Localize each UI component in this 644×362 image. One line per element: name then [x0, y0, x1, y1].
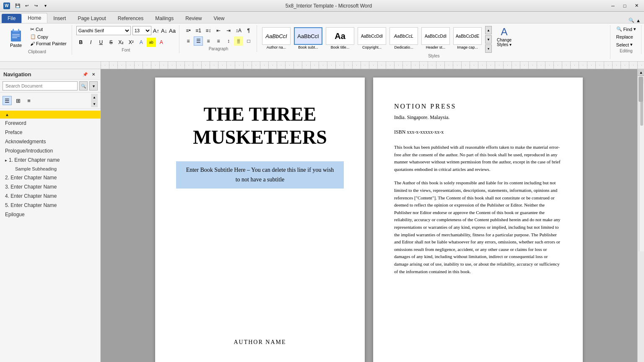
tab-view[interactable]: View: [208, 14, 231, 23]
paste-button[interactable]: Paste: [6, 26, 26, 49]
styles-more-btn[interactable]: ▾: [485, 44, 492, 53]
nav-item-preface[interactable]: Preface: [0, 128, 100, 137]
select-button[interactable]: Select ▾: [615, 41, 635, 48]
ribbon-collapse-btn[interactable]: ▲: [636, 18, 641, 23]
paragraph-content: ≡• ≡1 ≡↕ ⇤ ⇥ ↕A ¶ ≡ ☰ ≡ ≡ ↕ ▒ □: [184, 26, 253, 46]
nav-search-input[interactable]: [3, 81, 78, 90]
change-styles-icon[interactable]: A: [501, 26, 508, 38]
nav-scroll-up-btn[interactable]: ▲: [91, 94, 98, 101]
doc-scrollbar-v[interactable]: ▲ ▼: [637, 69, 644, 362]
style-book-title[interactable]: Aa Book title...: [325, 26, 355, 51]
nav-ch4-label: 4. Enter Chapter Name: [5, 193, 57, 199]
tab-insert[interactable]: Insert: [47, 14, 72, 23]
font-size-select[interactable]: 13: [132, 26, 151, 35]
styles-down-btn[interactable]: ▼: [485, 35, 492, 44]
save-btn[interactable]: 💾: [14, 3, 21, 9]
cut-button[interactable]: ✂ Cut: [29, 26, 68, 33]
tab-mailings[interactable]: Mailings: [149, 14, 179, 23]
nav-subheading-label: Sample Subheading: [15, 166, 57, 171]
close-btn[interactable]: ✕: [632, 3, 641, 9]
style-book-subtitle-label: Book subt...: [298, 45, 318, 49]
nav-item-prologue[interactable]: Prologue/Introduction: [0, 146, 100, 155]
redo-btn[interactable]: ↪: [33, 3, 39, 9]
line-spacing-btn[interactable]: ↕: [224, 36, 233, 46]
shrink-font-btn[interactable]: A↓: [161, 28, 167, 34]
change-styles-btn[interactable]: Change: [497, 38, 512, 42]
undo-btn[interactable]: ↩: [23, 3, 30, 9]
svg-rect-5: [12, 37, 17, 38]
tab-references[interactable]: References: [112, 14, 149, 23]
scroll-up-btn[interactable]: ▲: [638, 69, 644, 76]
tab-home[interactable]: Home: [21, 13, 47, 23]
subscript-button[interactable]: X₂: [117, 38, 126, 47]
style-copyright[interactable]: AaBbCcDdI Copyright...: [357, 26, 387, 51]
superscript-button[interactable]: X²: [127, 38, 136, 47]
nav-item-ch3[interactable]: 3. Enter Chapter Name: [0, 182, 100, 191]
decrease-indent-btn[interactable]: ⇤: [214, 26, 223, 35]
nav-results-btn[interactable]: ≡: [24, 96, 34, 105]
nav-pages-btn[interactable]: ⊞: [13, 96, 23, 105]
font-row2: B I U S X₂ X² A ab A: [76, 38, 166, 47]
ribbon-search-icon: 🔍: [628, 18, 634, 23]
maximize-btn[interactable]: □: [621, 3, 629, 9]
nav-pin-btn[interactable]: 📌: [82, 71, 88, 78]
justify-btn[interactable]: ≡: [214, 36, 223, 46]
style-image-cap[interactable]: AaBbCcDdE Image cap...: [452, 26, 483, 51]
nav-headings-btn[interactable]: ☰: [3, 96, 12, 105]
qa-dropdown[interactable]: ▾: [42, 3, 49, 9]
nav-item-top[interactable]: ▲: [0, 111, 100, 119]
font-family-select[interactable]: Gandhi Serif: [76, 26, 131, 35]
border-btn[interactable]: □: [244, 36, 253, 46]
nav-item-ch5[interactable]: 5. Enter Chapter Name: [0, 201, 100, 210]
nav-item-foreword[interactable]: Foreword: [0, 119, 100, 128]
nav-close-btn[interactable]: ✕: [90, 71, 97, 78]
strikethrough-button[interactable]: S: [106, 38, 116, 47]
bullet-list-btn[interactable]: ≡•: [184, 26, 193, 35]
align-right-btn[interactable]: ≡: [204, 36, 213, 46]
style-author-name[interactable]: AaBbCcI Author na...: [261, 26, 291, 51]
format-painter-button[interactable]: 🖌 Format Painter: [29, 41, 68, 47]
style-book-subtitle[interactable]: AaBbCcI Book subt...: [293, 26, 323, 51]
nav-item-ch1[interactable]: ▸ 1. Enter Chapter name: [0, 155, 100, 165]
find-button[interactable]: 🔍 Find ▾: [615, 26, 638, 32]
tab-file[interactable]: File: [2, 14, 21, 23]
find-label: Find: [623, 27, 632, 32]
nav-item-sample-subheading[interactable]: Sample Subheading: [0, 165, 100, 173]
shading-btn[interactable]: ▒: [234, 36, 243, 46]
clear-format-btn[interactable]: Aa: [169, 28, 176, 34]
numbered-list-btn[interactable]: ≡1: [194, 26, 203, 35]
tab-page-layout[interactable]: Page Layout: [72, 14, 112, 23]
text-effect-button[interactable]: A: [137, 38, 146, 47]
nav-search-button[interactable]: 🔍: [79, 81, 88, 90]
nav-item-epilogue[interactable]: Epilogue: [0, 210, 100, 219]
underline-button[interactable]: U: [96, 38, 106, 47]
multilevel-list-btn[interactable]: ≡↕: [204, 26, 213, 35]
show-hide-btn[interactable]: ¶: [244, 26, 253, 35]
style-dedication-label: Dedicatio...: [394, 45, 413, 49]
grow-font-btn[interactable]: A↑: [153, 28, 159, 34]
font-color-button[interactable]: A: [157, 38, 166, 47]
replace-button[interactable]: Replace: [615, 34, 635, 40]
styles-up-btn[interactable]: ▲: [485, 26, 492, 34]
style-header[interactable]: AaBbCcDdI Header st...: [421, 26, 451, 51]
minimize-btn[interactable]: ─: [609, 3, 617, 9]
increase-indent-btn[interactable]: ⇥: [224, 26, 233, 35]
subtitle-box[interactable]: Enter Book Subtitle Here – You can delet…: [176, 161, 344, 189]
styles-row: AaBbCcI Author na... AaBbCcI Book subt..…: [261, 26, 607, 53]
nav-item-acknowledgments[interactable]: Acknowledgments: [0, 137, 100, 146]
sort-btn[interactable]: ↕A: [234, 26, 243, 35]
ribbon-content: Paste ✂ Cut 📋 Copy 🖌 Format Painter: [0, 23, 644, 61]
align-center-btn[interactable]: ☰: [194, 36, 203, 46]
nav-search-dropdown[interactable]: ▾: [89, 81, 98, 90]
align-left-btn[interactable]: ≡: [184, 36, 193, 46]
style-dedication[interactable]: AaBbCcL Dedicatio...: [389, 26, 419, 51]
nav-item-ch4[interactable]: 4. Enter Chapter Name: [0, 191, 100, 201]
copy-button[interactable]: 📋 Copy: [29, 34, 68, 40]
tab-review[interactable]: Review: [179, 14, 208, 23]
nav-item-ch2[interactable]: 2. Enter Chapter Name: [0, 173, 100, 182]
doc-scroll-area[interactable]: THE THREE MUSKETEERS Enter Book Subtitle…: [101, 69, 637, 362]
italic-button[interactable]: I: [86, 38, 96, 47]
nav-scroll-down-btn[interactable]: ▼: [91, 101, 98, 107]
highlight-button[interactable]: ab: [147, 38, 156, 47]
bold-button[interactable]: B: [76, 38, 86, 47]
